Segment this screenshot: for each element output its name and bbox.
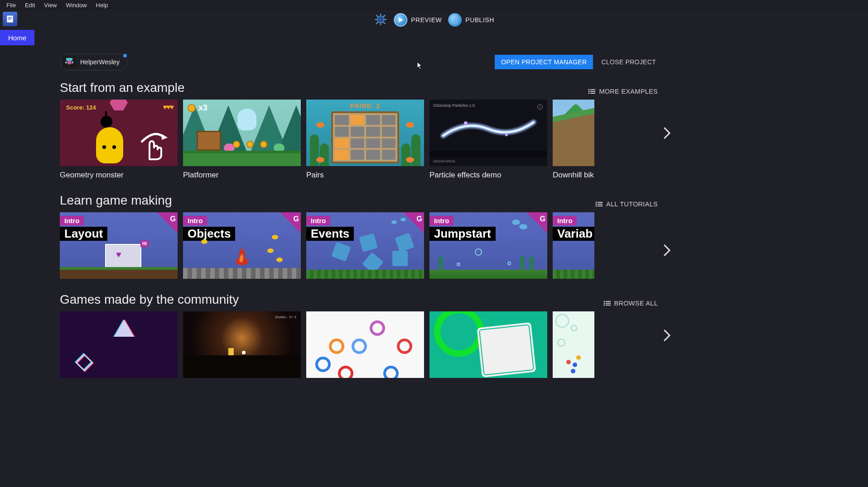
example-card-particle[interactable]: GDevelop Particles 1.0 i WISHFORGE Parti… xyxy=(429,100,547,180)
project-manager-icon-button[interactable] xyxy=(3,12,17,26)
menu-view[interactable]: View xyxy=(39,1,61,10)
all-tutorials-link[interactable]: ALL TUTORIALS xyxy=(595,201,658,208)
tutorial-card-variables[interactable]: Intro Variab +1 xyxy=(553,212,594,279)
stars-label: Etoiles : 0 / 3 xyxy=(275,315,296,319)
community-card-3[interactable] xyxy=(306,311,424,378)
tutorial-card-layout[interactable]: Intro Layout G ♥ Hi xyxy=(60,212,178,279)
learn-carousel: Intro Layout G ♥ Hi Intro Objects G xyxy=(60,212,594,279)
svg-rect-19 xyxy=(72,62,73,63)
example-thumb: x3 xyxy=(183,100,301,166)
community-thumb xyxy=(553,311,594,378)
example-title: Platformer xyxy=(183,171,301,180)
community-card-4[interactable] xyxy=(429,311,547,378)
svg-point-37 xyxy=(603,303,605,304)
home-content: HelperWesley OPEN PROJECT MANAGER CLOSE … xyxy=(0,45,868,378)
tutorial-card-events[interactable]: Intro Events G xyxy=(306,212,424,279)
community-thumb: Etoiles : 0 / 3 xyxy=(183,311,301,378)
user-chip[interactable]: HelperWesley xyxy=(60,53,127,71)
list-icon xyxy=(588,89,595,94)
list-icon xyxy=(595,201,603,207)
gdevelop-corner-icon: G xyxy=(540,215,545,223)
section-examples: Start from an example MORE EXAMPLES Scor… xyxy=(60,81,658,180)
open-project-manager-button[interactable]: OPEN PROJECT MANAGER xyxy=(495,55,593,69)
debug-button[interactable] xyxy=(374,13,387,28)
svg-point-28 xyxy=(505,134,508,136)
monster-icon xyxy=(96,127,123,163)
menu-edit[interactable]: Edit xyxy=(20,1,39,10)
menu-file[interactable]: File xyxy=(2,1,20,10)
preview-button[interactable]: PREVIEW xyxy=(394,13,442,27)
document-icon xyxy=(5,14,14,24)
notification-dot-icon xyxy=(123,54,127,57)
example-title: Geometry monster xyxy=(60,171,178,180)
gdevelop-corner-icon: G xyxy=(294,215,299,223)
example-thumb: Score: 124 ♥♥♥ xyxy=(60,100,178,166)
community-card-1[interactable] xyxy=(60,311,178,378)
tutorial-thumb: Intro Variab +1 xyxy=(553,212,594,279)
globe-icon xyxy=(448,13,462,27)
svg-line-9 xyxy=(376,15,378,17)
svg-line-12 xyxy=(383,22,385,24)
info-icon: i xyxy=(537,104,543,110)
community-card-2[interactable]: Etoiles : 0 / 3 xyxy=(183,311,301,378)
browse-all-label: BROWSE ALL xyxy=(614,300,658,307)
examples-carousel: Score: 124 ♥♥♥ Geometry monster xyxy=(60,100,594,180)
preview-label: PREVIEW xyxy=(411,16,442,24)
tutorial-card-objects[interactable]: Intro Objects G xyxy=(183,212,301,279)
particle-brand: WISHFORGE xyxy=(433,159,455,163)
carousel-next-button[interactable] xyxy=(660,239,674,262)
tab-home[interactable]: Home xyxy=(0,30,34,45)
svg-rect-2 xyxy=(8,18,12,19)
tutorial-word: Layout xyxy=(60,227,107,241)
svg-point-20 xyxy=(588,89,590,91)
example-title: Particle effects demo xyxy=(429,171,547,180)
close-project-button[interactable]: CLOSE PROJECT xyxy=(599,55,658,69)
debug-icon xyxy=(374,13,387,28)
svg-line-10 xyxy=(383,15,385,17)
chevron-right-icon xyxy=(662,328,672,343)
community-card-5[interactable] xyxy=(553,311,594,378)
gdevelop-corner-icon: G xyxy=(417,215,422,223)
svg-point-24 xyxy=(588,93,590,94)
more-examples-link[interactable]: MORE EXAMPLES xyxy=(588,88,658,95)
user-name: HelperWesley xyxy=(80,58,120,66)
hexagon-icon xyxy=(110,100,128,110)
chevron-right-icon xyxy=(662,243,672,258)
section-title-examples: Start from an example xyxy=(60,81,184,95)
list-icon xyxy=(603,301,611,306)
menubar: File Edit View Window Help xyxy=(0,0,868,10)
svg-rect-40 xyxy=(606,305,611,306)
svg-point-29 xyxy=(595,202,597,203)
all-tutorials-label: ALL TUTORIALS xyxy=(606,201,658,208)
example-card-platformer[interactable]: x3 Platformer xyxy=(183,100,301,180)
menu-window[interactable]: Window xyxy=(61,1,91,10)
svg-rect-16 xyxy=(66,58,72,61)
example-card-geometry-monster[interactable]: Score: 124 ♥♥♥ Geometry monster xyxy=(60,100,178,180)
carousel-next-button[interactable] xyxy=(660,121,674,145)
swipe-hand-icon xyxy=(137,119,169,162)
intro-badge: Intro xyxy=(183,216,207,225)
svg-rect-0 xyxy=(7,16,13,23)
browse-all-link[interactable]: BROWSE ALL xyxy=(603,300,658,307)
play-icon xyxy=(394,13,407,27)
svg-rect-3 xyxy=(8,19,11,20)
intro-badge: Intro xyxy=(306,216,330,225)
tutorial-card-jumpstart[interactable]: Intro Jumpstart G xyxy=(429,212,547,279)
svg-rect-25 xyxy=(590,93,595,94)
tutorial-word: Jumpstart xyxy=(429,227,496,241)
intro-badge: Intro xyxy=(429,216,453,225)
menu-help[interactable]: Help xyxy=(92,1,113,10)
tutorial-word: Objects xyxy=(183,227,235,241)
svg-rect-38 xyxy=(606,303,611,304)
svg-point-31 xyxy=(595,204,597,205)
publish-button[interactable]: PUBLISH xyxy=(448,13,494,27)
toolbar: PREVIEW PUBLISH xyxy=(0,10,868,30)
example-card-downhill[interactable]: Downhill bik xyxy=(553,100,594,180)
svg-rect-18 xyxy=(65,62,67,63)
section-title-learn: Learn game making xyxy=(60,193,172,208)
intro-badge: Intro xyxy=(553,216,577,225)
carousel-next-button[interactable] xyxy=(660,324,674,347)
intro-badge: Intro xyxy=(60,216,84,225)
example-card-pairs[interactable]: PAIRS: 2 Pairs xyxy=(306,100,424,180)
svg-rect-36 xyxy=(606,301,611,302)
